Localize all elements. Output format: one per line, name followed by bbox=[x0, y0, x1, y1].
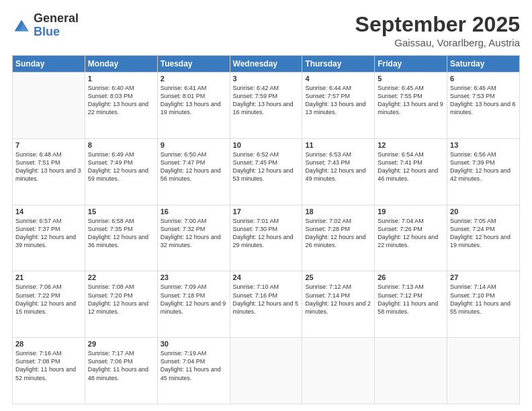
cell-sun-info: Sunrise: 6:56 AMSunset: 7:39 PMDaylight:… bbox=[450, 150, 517, 183]
cell-sun-info: Sunrise: 7:02 AMSunset: 7:28 PMDaylight:… bbox=[305, 217, 371, 250]
calendar-cell: 22Sunrise: 7:08 AMSunset: 7:20 PMDayligh… bbox=[85, 271, 157, 338]
cell-sun-info: Sunrise: 7:12 AMSunset: 7:14 PMDaylight:… bbox=[305, 283, 371, 316]
logo: General Blue bbox=[12, 12, 79, 39]
calendar-cell: 1Sunrise: 6:40 AMSunset: 8:03 PMDaylight… bbox=[85, 73, 157, 139]
calendar-cell: 13Sunrise: 6:56 AMSunset: 7:39 PMDayligh… bbox=[447, 138, 520, 205]
day-number: 29 bbox=[88, 340, 154, 348]
cell-sun-info: Sunrise: 7:17 AMSunset: 7:06 PMDaylight:… bbox=[88, 349, 154, 382]
day-number: 1 bbox=[88, 75, 154, 83]
cell-sun-info: Sunrise: 7:00 AMSunset: 7:32 PMDaylight:… bbox=[161, 217, 227, 250]
calendar-cell: 2Sunrise: 6:41 AMSunset: 8:01 PMDaylight… bbox=[157, 73, 230, 139]
calendar-cell bbox=[447, 338, 520, 404]
weekday-wednesday: Wednesday bbox=[230, 56, 302, 73]
day-number: 17 bbox=[233, 208, 300, 216]
weekday-tuesday: Tuesday bbox=[157, 56, 230, 73]
calendar-cell: 29Sunrise: 7:17 AMSunset: 7:06 PMDayligh… bbox=[85, 338, 157, 404]
cell-sun-info: Sunrise: 7:14 AMSunset: 7:10 PMDaylight:… bbox=[450, 283, 517, 316]
logo-icon bbox=[12, 16, 31, 35]
cell-sun-info: Sunrise: 7:10 AMSunset: 7:16 PMDaylight:… bbox=[233, 283, 300, 316]
day-number: 20 bbox=[450, 208, 517, 216]
cell-sun-info: Sunrise: 6:48 AMSunset: 7:51 PMDaylight:… bbox=[15, 150, 82, 183]
day-number: 16 bbox=[161, 208, 227, 216]
day-number: 4 bbox=[305, 75, 371, 83]
calendar-cell: 25Sunrise: 7:12 AMSunset: 7:14 PMDayligh… bbox=[302, 271, 375, 338]
day-number: 23 bbox=[161, 273, 227, 281]
calendar-cell: 7Sunrise: 6:48 AMSunset: 7:51 PMDaylight… bbox=[13, 138, 85, 205]
day-number: 6 bbox=[450, 75, 517, 83]
day-number: 28 bbox=[15, 340, 82, 348]
calendar-week-2: 7Sunrise: 6:48 AMSunset: 7:51 PMDaylight… bbox=[13, 138, 520, 205]
day-number: 9 bbox=[161, 141, 227, 149]
calendar-cell: 18Sunrise: 7:02 AMSunset: 7:28 PMDayligh… bbox=[302, 205, 375, 271]
calendar-cell: 5Sunrise: 6:45 AMSunset: 7:55 PMDaylight… bbox=[375, 73, 447, 139]
cell-sun-info: Sunrise: 6:45 AMSunset: 7:55 PMDaylight:… bbox=[378, 84, 444, 117]
calendar-cell: 24Sunrise: 7:10 AMSunset: 7:16 PMDayligh… bbox=[230, 271, 302, 338]
calendar-cell: 28Sunrise: 7:16 AMSunset: 7:08 PMDayligh… bbox=[13, 338, 85, 404]
cell-sun-info: Sunrise: 6:49 AMSunset: 7:49 PMDaylight:… bbox=[88, 150, 154, 183]
calendar-cell: 23Sunrise: 7:09 AMSunset: 7:18 PMDayligh… bbox=[157, 271, 230, 338]
cell-sun-info: Sunrise: 6:42 AMSunset: 7:59 PMDaylight:… bbox=[233, 84, 300, 117]
calendar-cell: 14Sunrise: 6:57 AMSunset: 7:37 PMDayligh… bbox=[13, 205, 85, 271]
cell-sun-info: Sunrise: 7:16 AMSunset: 7:08 PMDaylight:… bbox=[15, 349, 82, 382]
day-number: 11 bbox=[305, 141, 371, 149]
calendar-cell: 30Sunrise: 7:19 AMSunset: 7:04 PMDayligh… bbox=[157, 338, 230, 404]
weekday-monday: Monday bbox=[85, 56, 157, 73]
calendar-cell: 26Sunrise: 7:13 AMSunset: 7:12 PMDayligh… bbox=[375, 271, 447, 338]
logo-general: General bbox=[34, 12, 79, 26]
day-number: 13 bbox=[450, 141, 517, 149]
calendar-cell: 21Sunrise: 7:06 AMSunset: 7:22 PMDayligh… bbox=[13, 271, 85, 338]
weekday-friday: Friday bbox=[375, 56, 447, 73]
cell-sun-info: Sunrise: 6:50 AMSunset: 7:47 PMDaylight:… bbox=[161, 150, 227, 183]
day-number: 7 bbox=[15, 141, 82, 149]
calendar-cell bbox=[302, 338, 375, 404]
cell-sun-info: Sunrise: 7:04 AMSunset: 7:26 PMDaylight:… bbox=[378, 217, 444, 250]
calendar-cell bbox=[13, 73, 85, 139]
calendar-cell bbox=[230, 338, 302, 404]
calendar-cell: 27Sunrise: 7:14 AMSunset: 7:10 PMDayligh… bbox=[447, 271, 520, 338]
calendar-cell bbox=[375, 338, 447, 404]
calendar-cell: 4Sunrise: 6:44 AMSunset: 7:57 PMDaylight… bbox=[302, 73, 375, 139]
calendar-cell: 16Sunrise: 7:00 AMSunset: 7:32 PMDayligh… bbox=[157, 205, 230, 271]
cell-sun-info: Sunrise: 6:57 AMSunset: 7:37 PMDaylight:… bbox=[15, 217, 82, 250]
calendar-week-3: 14Sunrise: 6:57 AMSunset: 7:37 PMDayligh… bbox=[13, 205, 520, 271]
cell-sun-info: Sunrise: 7:13 AMSunset: 7:12 PMDaylight:… bbox=[378, 283, 444, 316]
cell-sun-info: Sunrise: 7:05 AMSunset: 7:24 PMDaylight:… bbox=[450, 217, 517, 250]
cell-sun-info: Sunrise: 6:46 AMSunset: 7:53 PMDaylight:… bbox=[450, 84, 517, 117]
day-number: 14 bbox=[15, 208, 82, 216]
calendar-cell: 17Sunrise: 7:01 AMSunset: 7:30 PMDayligh… bbox=[230, 205, 302, 271]
header: General Blue September 2025 Gaissau, Vor… bbox=[12, 12, 520, 48]
calendar-cell: 8Sunrise: 6:49 AMSunset: 7:49 PMDaylight… bbox=[85, 138, 157, 205]
calendar-cell: 20Sunrise: 7:05 AMSunset: 7:24 PMDayligh… bbox=[447, 205, 520, 271]
cell-sun-info: Sunrise: 6:44 AMSunset: 7:57 PMDaylight:… bbox=[305, 84, 371, 117]
cell-sun-info: Sunrise: 6:40 AMSunset: 8:03 PMDaylight:… bbox=[88, 84, 154, 117]
calendar-cell: 12Sunrise: 6:54 AMSunset: 7:41 PMDayligh… bbox=[375, 138, 447, 205]
day-number: 30 bbox=[161, 340, 227, 348]
cell-sun-info: Sunrise: 7:08 AMSunset: 7:20 PMDaylight:… bbox=[88, 283, 154, 316]
calendar-cell: 15Sunrise: 6:58 AMSunset: 7:35 PMDayligh… bbox=[85, 205, 157, 271]
day-number: 18 bbox=[305, 208, 371, 216]
cell-sun-info: Sunrise: 7:09 AMSunset: 7:18 PMDaylight:… bbox=[161, 283, 227, 316]
cell-sun-info: Sunrise: 7:01 AMSunset: 7:30 PMDaylight:… bbox=[233, 217, 300, 250]
calendar-cell: 10Sunrise: 6:52 AMSunset: 7:45 PMDayligh… bbox=[230, 138, 302, 205]
day-number: 3 bbox=[233, 75, 300, 83]
day-number: 5 bbox=[378, 75, 444, 83]
calendar-cell: 9Sunrise: 6:50 AMSunset: 7:47 PMDaylight… bbox=[157, 138, 230, 205]
cell-sun-info: Sunrise: 7:19 AMSunset: 7:04 PMDaylight:… bbox=[161, 349, 227, 382]
day-number: 2 bbox=[161, 75, 227, 83]
title-block: September 2025 Gaissau, Vorarlberg, Aust… bbox=[355, 12, 520, 48]
day-number: 25 bbox=[305, 273, 371, 281]
title-location: Gaissau, Vorarlberg, Austria bbox=[355, 37, 520, 48]
calendar-cell: 6Sunrise: 6:46 AMSunset: 7:53 PMDaylight… bbox=[447, 73, 520, 139]
day-number: 10 bbox=[233, 141, 300, 149]
day-number: 12 bbox=[378, 141, 444, 149]
weekday-thursday: Thursday bbox=[302, 56, 375, 73]
calendar-week-4: 21Sunrise: 7:06 AMSunset: 7:22 PMDayligh… bbox=[13, 271, 520, 338]
page: General Blue September 2025 Gaissau, Vor… bbox=[0, 0, 532, 411]
day-number: 24 bbox=[233, 273, 300, 281]
logo-text: General Blue bbox=[34, 12, 79, 39]
calendar-cell: 11Sunrise: 6:53 AMSunset: 7:43 PMDayligh… bbox=[302, 138, 375, 205]
logo-blue: Blue bbox=[34, 26, 79, 39]
weekday-sunday: Sunday bbox=[13, 56, 85, 73]
cell-sun-info: Sunrise: 6:41 AMSunset: 8:01 PMDaylight:… bbox=[161, 84, 227, 117]
day-number: 15 bbox=[88, 208, 154, 216]
